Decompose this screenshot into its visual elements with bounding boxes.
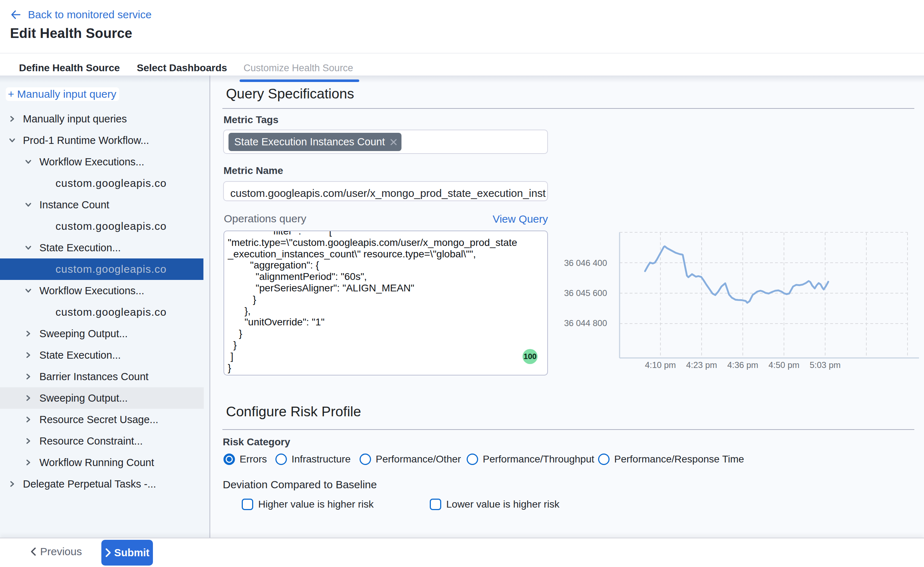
- svg-text:36 044 800: 36 044 800: [564, 318, 607, 328]
- svg-text:4:50 pm: 4:50 pm: [769, 360, 800, 370]
- svg-text:4:23 pm: 4:23 pm: [686, 360, 717, 370]
- svg-text:4:36 pm: 4:36 pm: [727, 360, 759, 370]
- svg-text:36 045 600: 36 045 600: [564, 288, 607, 298]
- svg-text:4:10 pm: 4:10 pm: [645, 360, 676, 370]
- svg-text:36 046 400: 36 046 400: [564, 258, 607, 268]
- svg-text:5:03 pm: 5:03 pm: [810, 360, 841, 370]
